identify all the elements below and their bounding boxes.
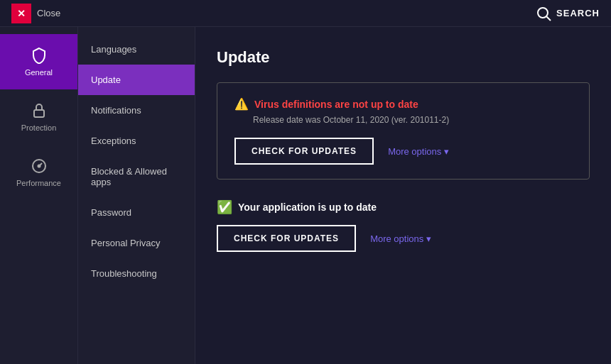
virus-alert-row: ⚠️ Virus definitions are not up to date <box>234 97 572 111</box>
main-content: Update ⚠️ Virus definitions are not up t… <box>195 27 611 364</box>
chevron-down-icon-2: ▾ <box>426 233 431 244</box>
menu-item-personal-privacy[interactable]: Personal Privacy <box>78 228 195 258</box>
close-label: Close <box>37 8 60 18</box>
sidebar-item-protection[interactable]: Protection <box>0 89 77 145</box>
warning-icon: ⚠️ <box>234 97 249 111</box>
menu-item-notifications[interactable]: Notifications <box>78 95 195 126</box>
gauge-icon <box>31 158 48 175</box>
menu-item-languages[interactable]: Languages <box>78 34 195 65</box>
sidebar-item-general[interactable]: General <box>0 34 77 89</box>
sidebar-icons: General Protection Performance <box>0 27 78 364</box>
virus-btn-row: CHECK FOR UPDATES More options ▾ <box>234 138 572 165</box>
chevron-down-icon: ▾ <box>444 146 449 157</box>
app-check-updates-button[interactable]: CHECK FOR UPDATES <box>217 225 356 252</box>
sidebar-item-protection-label: Protection <box>21 123 57 132</box>
menu-item-exceptions[interactable]: Exceptions <box>78 126 195 156</box>
svg-rect-2 <box>34 110 44 117</box>
app-update-section: ✅ Your application is up to date CHECK F… <box>217 199 590 252</box>
topbar-left: ✕ Close <box>11 4 60 23</box>
sidebar-item-general-label: General <box>25 68 53 77</box>
shield-icon <box>31 47 48 64</box>
app-more-options-label: More options <box>370 233 423 244</box>
virus-definitions-section: ⚠️ Virus definitions are not up to date … <box>217 82 590 180</box>
svg-point-0 <box>538 8 548 18</box>
menu-item-blocked-allowed-apps[interactable]: Blocked & Allowed apps <box>78 156 195 197</box>
main-layout: General Protection Performance Languages… <box>0 27 611 364</box>
search-button[interactable]: SEARCH <box>535 5 600 22</box>
search-icon <box>535 5 552 22</box>
topbar: ✕ Close SEARCH <box>0 0 611 27</box>
sidebar-menu: Languages Update Notifications Exception… <box>78 27 195 364</box>
app-status-row: ✅ Your application is up to date <box>217 199 590 215</box>
app-more-options-link[interactable]: More options ▾ <box>370 233 431 244</box>
virus-alert-text: Virus definitions are not up to date <box>254 99 418 110</box>
app-btn-row: CHECK FOR UPDATES More options ▾ <box>217 225 590 252</box>
virus-check-updates-button[interactable]: CHECK FOR UPDATES <box>234 138 374 165</box>
page-title: Update <box>217 48 590 67</box>
virus-alert-subtext: Release date was October 11, 2020 (ver. … <box>253 115 572 125</box>
svg-line-1 <box>547 16 551 21</box>
close-button[interactable]: ✕ <box>11 4 31 23</box>
menu-item-password[interactable]: Password <box>78 197 195 228</box>
virus-more-options-link[interactable]: More options ▾ <box>388 146 449 157</box>
svg-point-4 <box>38 165 40 167</box>
menu-item-update[interactable]: Update <box>78 65 195 95</box>
check-circle-icon: ✅ <box>217 199 232 215</box>
virus-more-options-label: More options <box>388 146 441 157</box>
sidebar-item-performance-label: Performance <box>16 179 61 187</box>
lock-icon <box>31 102 48 119</box>
app-status-text: Your application is up to date <box>238 202 377 213</box>
sidebar-item-performance[interactable]: Performance <box>0 145 77 200</box>
menu-item-troubleshooting[interactable]: Troubleshooting <box>78 258 195 289</box>
search-label: SEARCH <box>556 8 600 18</box>
